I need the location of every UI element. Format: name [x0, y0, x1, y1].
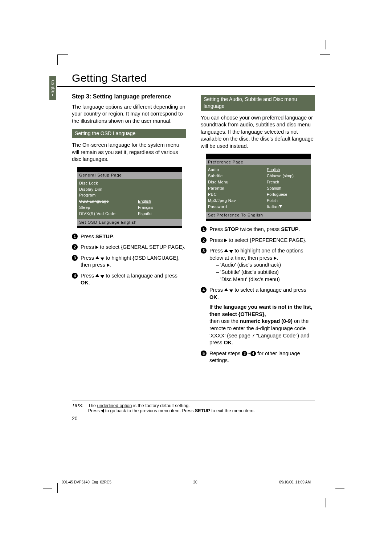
page-content: Getting Started English Step 3: Setting … [57, 72, 315, 421]
footer-page: 20 [193, 480, 197, 484]
osd-header: Preference Page [206, 159, 311, 166]
left-steps: Press SETUP. Press to select {GENERAL SE… [72, 233, 186, 287]
circled-4-icon: 4 [250, 351, 256, 356]
osd-screenshot-left: General Setup Page Disc Lock Display Dim… [77, 167, 182, 228]
crop-mark-tr [320, 54, 330, 65]
down-arrow-icon [229, 289, 233, 292]
crop-mark-bl [57, 483, 68, 493]
up-arrow-icon [95, 256, 99, 259]
circled-3-icon: 3 [242, 351, 247, 356]
osd-screenshot-right: Preference Page AudioEnglish SubtitleChi… [206, 154, 311, 221]
footer-timestamp: 09/10/06, 11:09 AM [279, 480, 311, 484]
step-4: Press to select a language and press OK. [72, 272, 186, 287]
right-subhead: Setting the Audio, Subtitle and Disc men… [201, 95, 315, 111]
title-rule [57, 86, 315, 87]
print-footer: 001-45 DVP5140_Eng_02RC5 20 09/10/06, 11… [57, 480, 315, 484]
tips-box: TIPS: The underlined option is the facto… [72, 401, 315, 413]
crop-mark-tl [57, 54, 68, 65]
osd-paragraph: The On-screen language for the system me… [72, 142, 186, 163]
crop-mark-br [320, 483, 330, 493]
step-5: Repeat steps 3~4 for other language sett… [201, 350, 315, 364]
down-arrow-icon [229, 250, 233, 253]
right-arrow-icon [224, 239, 227, 242]
scroll-down-icon [279, 205, 282, 208]
osd-header: General Setup Page [77, 172, 182, 179]
step-4: Press to select a language and press OK.… [201, 287, 315, 347]
step-1: Press SETUP. [72, 233, 186, 240]
osd-footer: Set Preference To English [206, 212, 311, 219]
left-arrow-icon [101, 409, 104, 413]
footer-filename: 001-45 DVP5140_Eng_02RC5 [62, 480, 111, 484]
page-number: 20 [72, 416, 315, 421]
intro-paragraph: The language options are different depen… [72, 104, 186, 125]
right-intro: You can choose your own preferred langua… [201, 114, 315, 150]
step-3: Press to highlight one of the options be… [201, 247, 315, 283]
right-arrow-icon [95, 246, 98, 249]
up-arrow-icon [224, 249, 228, 252]
up-arrow-icon [224, 288, 228, 291]
right-arrow-icon [107, 263, 110, 267]
right-column: Setting the Audio, Subtitle and Disc men… [201, 90, 315, 368]
vertical-language-tab: English [49, 76, 56, 100]
left-column: Step 3: Setting language preference The … [72, 90, 186, 368]
page-title: Getting Started [72, 72, 315, 84]
step-2: Press to select {PREFERENCE PAGE}. [201, 237, 315, 244]
osd-footer: Set OSD Language English [77, 219, 182, 226]
down-arrow-icon [101, 258, 104, 260]
osd-subhead: Setting the OSD Language [72, 129, 186, 138]
step-3: Press to highlight {OSD LANGUAGE}, then … [72, 255, 186, 269]
step-heading: Step 3: Setting language preference [72, 93, 186, 101]
up-arrow-icon [95, 274, 99, 277]
step-2: Press to select {GENERAL SETUP PAGE}. [72, 244, 186, 251]
down-arrow-icon [101, 275, 104, 278]
right-steps: Press STOP twice then, press SETUP. Pres… [201, 226, 315, 364]
step-1: Press STOP twice then, press SETUP. [201, 226, 315, 233]
